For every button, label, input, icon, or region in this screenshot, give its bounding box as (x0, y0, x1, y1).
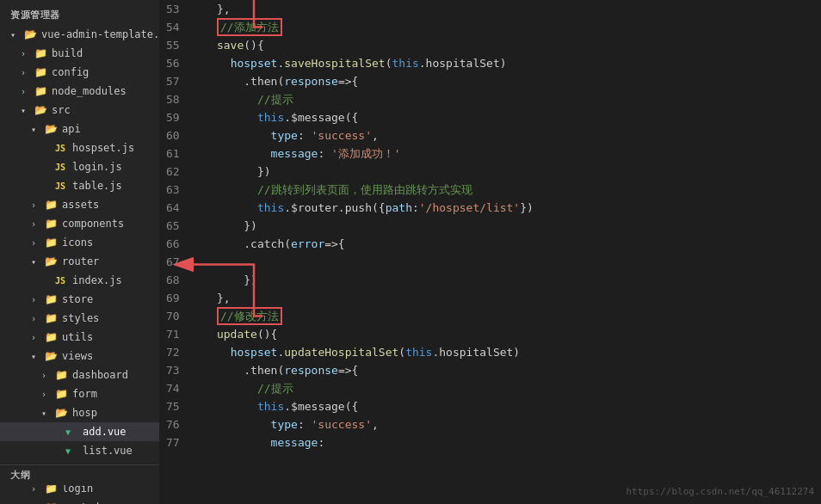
js-file-icon: JS (55, 144, 69, 153)
code-token (190, 21, 217, 34)
tree-item-label: vue-admin-template... (41, 28, 159, 40)
sidebar-item-router[interactable]: ▾📂router (0, 252, 159, 271)
code-line: .then(response=>{ (190, 72, 807, 90)
code-token: update (217, 328, 257, 341)
sidebar-item-node_modules[interactable]: ›📁node_modules (0, 82, 159, 101)
code-token: //跳转到列表页面，使用路由跳转方式实现 (257, 183, 472, 196)
code-token: saveHospitalSet (284, 57, 385, 70)
code-line: this.$router.push({path:'/hospset/list'}… (190, 199, 807, 217)
sidebar-item-login-js[interactable]: JSlogin.js (0, 157, 159, 176)
code-token (190, 183, 257, 196)
sidebar-item-utils[interactable]: ›📁utils (0, 328, 159, 347)
tree-item-label: hosp (72, 407, 97, 419)
annotation-box: //修改方法 (217, 307, 282, 325)
code-token: =>{ (338, 364, 358, 377)
code-token: (){ (257, 328, 277, 341)
code-token: (){ (244, 39, 263, 52)
code-token (190, 93, 257, 106)
tree-item-label: node_modules (52, 85, 127, 97)
folder-icon: 📂 (55, 407, 69, 419)
tree-arrow: ▾ (31, 352, 45, 361)
file-tree: ▾📂vue-admin-template...›📁build›📁config›📁… (0, 25, 159, 504)
folder-icon: 📁 (45, 237, 59, 249)
sidebar-item-vue-admin-template[interactable]: ▾📂vue-admin-template... (0, 25, 159, 44)
code-token: this (257, 400, 284, 413)
code-token (190, 400, 257, 413)
folder-icon: 📂 (45, 255, 59, 267)
line-number: 61 (166, 144, 180, 163)
folder-icon: 📁 (45, 199, 59, 211)
sidebar-item-add-vue[interactable]: ▼add.vue (0, 422, 159, 441)
code-token: .hospitalSet) (419, 57, 507, 70)
code-token: hospset (231, 57, 278, 70)
sidebar-item-list-vue[interactable]: ▼list.vue (0, 441, 159, 460)
line-number: 69 (166, 289, 180, 307)
line-number: 64 (166, 199, 180, 217)
tree-arrow: › (41, 371, 55, 380)
code-token (190, 382, 257, 395)
sidebar-item-src[interactable]: ▾📂src (0, 101, 159, 120)
sidebar: 资源管理器 ▾📂vue-admin-template...›📁build›📁co… (0, 0, 159, 504)
code-token (190, 57, 231, 70)
sidebar-item-config[interactable]: ›📁config (0, 63, 159, 82)
code-token: hospset (231, 346, 278, 359)
tree-item-label: src (52, 104, 71, 116)
sidebar-item-build[interactable]: ›📁build (0, 44, 159, 63)
code-token: //提示 (257, 382, 293, 395)
tree-arrow: › (31, 219, 45, 229)
js-file-icon: JS (55, 276, 69, 286)
sidebar-item-store[interactable]: ›📁store (0, 290, 159, 309)
sidebar-item-assets[interactable]: ›📁assets (0, 195, 159, 214)
tree-item-label: icons (62, 237, 93, 249)
code-line: type: 'success', (190, 415, 807, 433)
code-token: }) (190, 219, 257, 232)
tree-item-label: utils (62, 331, 93, 343)
code-token: updateHospitalSet (284, 346, 398, 359)
sidebar-item-form[interactable]: ›📁form (0, 384, 159, 403)
tree-item-label: components (62, 218, 124, 230)
code-line: message: '添加成功！' (190, 144, 807, 163)
line-number: 59 (166, 108, 180, 126)
sidebar-item-nested[interactable]: ›📁nested (0, 498, 159, 504)
tree-item-label: assets (62, 199, 99, 211)
sidebar-item-hospset-js[interactable]: JShospset.js (0, 138, 159, 157)
line-number: 66 (166, 235, 180, 253)
code-line: save(){ (190, 36, 807, 54)
tree-arrow: ▾ (21, 106, 34, 115)
code-line (190, 253, 807, 271)
code-token: : (298, 129, 312, 142)
tree-arrow: ▾ (31, 125, 45, 134)
tree-item-label: add.vue (83, 426, 127, 438)
sidebar-item-hosp[interactable]: ▾📂hosp (0, 403, 159, 422)
code-token: .then( (244, 364, 284, 377)
code-token: .hospitalSet) (432, 346, 520, 359)
code-body: 5354555657585960616263646566676869707172… (159, 0, 821, 504)
sidebar-item-views[interactable]: ▾📂views (0, 347, 159, 366)
sidebar-item-styles[interactable]: ›📁styles (0, 309, 159, 328)
tree-arrow: › (21, 68, 34, 77)
line-number: 71 (166, 325, 180, 343)
code-token: response (284, 75, 338, 88)
sidebar-item-icons[interactable]: ›📁icons (0, 233, 159, 252)
line-number: 73 (166, 361, 180, 379)
code-token: ( (398, 346, 405, 359)
line-number: 68 (166, 271, 180, 289)
code-token (190, 147, 271, 160)
tree-item-label: styles (62, 312, 99, 324)
code-line: }, (190, 289, 807, 307)
tree-item-label: config (52, 66, 89, 78)
sidebar-item-dashboard[interactable]: ›📁dashboard (0, 366, 159, 384)
sidebar-item-table-js[interactable]: JStable.js (0, 176, 159, 195)
code-token: : (318, 147, 331, 160)
sidebar-item-components[interactable]: ›📁components (0, 214, 159, 233)
folder-icon: 📁 (45, 293, 59, 305)
code-token (190, 436, 271, 449)
line-number: 56 (166, 54, 180, 72)
code-token: .$message({ (284, 111, 358, 124)
sidebar-item-index-js[interactable]: JSindex.js (0, 271, 159, 290)
code-token: }, (190, 292, 231, 304)
folder-icon: 📂 (24, 28, 38, 40)
code-line: this.$message({ (190, 397, 807, 415)
sidebar-item-api[interactable]: ▾📂api (0, 120, 159, 138)
line-number: 63 (166, 181, 180, 199)
